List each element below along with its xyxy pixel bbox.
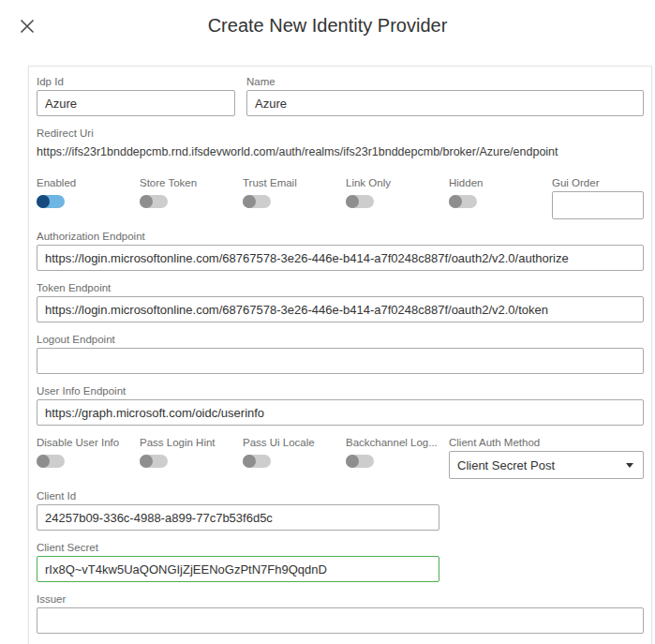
client-secret-input[interactable] <box>37 556 439 582</box>
gui-order-input[interactable] <box>552 191 644 219</box>
idp-id-field: Idp Id <box>37 76 235 116</box>
pass-login-hint-label: Pass Login Hint <box>140 437 243 448</box>
client-secret-field: Client Secret <box>37 542 644 582</box>
toggle-thumb <box>140 455 153 468</box>
authorization-endpoint-label: Authorization Endpoint <box>37 231 644 242</box>
token-endpoint-field: Token Endpoint <box>37 282 644 322</box>
toggles-row-2: Disable User Info Pass Login Hint Pass U… <box>37 437 644 479</box>
hidden-label: Hidden <box>449 177 552 188</box>
logout-endpoint-field: Logout Endpoint <box>37 334 644 374</box>
page-title: Create New Identity Provider <box>0 15 655 37</box>
backchannel-logout-toggle[interactable] <box>346 455 374 468</box>
pass-login-hint-toggle[interactable] <box>140 455 168 468</box>
trust-email-label: Trust Email <box>243 177 346 188</box>
name-input[interactable] <box>246 90 644 116</box>
dialog-header: Create New Identity Provider <box>0 0 655 58</box>
pass-ui-locale-toggle[interactable] <box>243 455 271 468</box>
client-auth-method-value: Client Secret Post <box>457 458 555 472</box>
authorization-endpoint-input[interactable] <box>37 245 644 271</box>
hidden-toggle[interactable] <box>449 195 477 208</box>
issuer-label: Issuer <box>37 593 644 605</box>
link-only-toggle[interactable] <box>346 195 374 208</box>
store-token-toggle[interactable] <box>140 195 168 208</box>
token-endpoint-label: Token Endpoint <box>37 282 644 293</box>
toggle-thumb <box>243 195 256 208</box>
user-info-endpoint-field: User Info Endpoint <box>37 385 644 426</box>
idp-id-label: Idp Id <box>37 76 235 87</box>
toggle-thumb <box>449 195 462 208</box>
toggle-thumb <box>37 195 50 208</box>
toggle-thumb <box>37 455 50 468</box>
name-label: Name <box>246 76 644 87</box>
client-id-label: Client Id <box>37 490 644 502</box>
idp-id-input[interactable] <box>37 90 235 116</box>
enabled-label: Enabled <box>37 177 140 188</box>
trust-email-toggle[interactable] <box>243 195 271 208</box>
logout-endpoint-input[interactable] <box>37 348 644 374</box>
redirect-uri-label: Redirect Uri <box>37 127 644 139</box>
user-info-endpoint-input[interactable] <box>37 399 644 426</box>
toggle-thumb <box>346 195 359 208</box>
trust-email-field: Trust Email <box>243 177 346 219</box>
enabled-field: Enabled <box>37 177 140 219</box>
client-auth-method-select[interactable]: Client Secret Post <box>449 451 644 479</box>
form-panel: Idp Id Name Redirect Uri https://ifs23r1… <box>28 66 652 644</box>
disable-user-info-toggle[interactable] <box>37 455 65 468</box>
disable-user-info-field: Disable User Info <box>37 437 140 479</box>
toggle-thumb <box>243 455 256 468</box>
gui-order-field: Gui Order <box>552 177 644 219</box>
client-secret-label: Client Secret <box>37 542 644 553</box>
user-info-endpoint-label: User Info Endpoint <box>37 385 644 397</box>
toggles-row-1: Enabled Store Token Trust Email Link Onl… <box>37 177 644 219</box>
issuer-field: Issuer <box>37 593 644 634</box>
backchannel-logout-label: Backchannel Log... <box>346 437 449 448</box>
client-id-input[interactable] <box>37 504 439 531</box>
authorization-endpoint-field: Authorization Endpoint <box>37 231 644 271</box>
store-token-field: Store Token <box>140 177 243 219</box>
token-endpoint-input[interactable] <box>37 296 644 322</box>
toggle-thumb <box>140 195 153 208</box>
idp-name-row: Idp Id Name <box>37 76 644 116</box>
link-only-field: Link Only <box>346 177 449 219</box>
pass-login-hint-field: Pass Login Hint <box>140 437 243 479</box>
store-token-label: Store Token <box>140 177 243 188</box>
link-only-label: Link Only <box>346 177 449 188</box>
pass-ui-locale-field: Pass Ui Locale <box>243 437 346 479</box>
logout-endpoint-label: Logout Endpoint <box>37 334 644 345</box>
client-id-field: Client Id <box>37 490 644 531</box>
chevron-down-icon <box>626 463 633 468</box>
toggle-thumb <box>346 455 359 468</box>
backchannel-logout-field: Backchannel Log... <box>346 437 449 479</box>
name-field: Name <box>246 76 644 116</box>
client-auth-method-label: Client Auth Method <box>449 437 644 448</box>
issuer-input[interactable] <box>37 607 644 634</box>
client-auth-method-field: Client Auth Method Client Secret Post <box>449 437 644 479</box>
hidden-field: Hidden <box>449 177 552 219</box>
disable-user-info-label: Disable User Info <box>37 437 140 448</box>
redirect-uri-field: Redirect Uri https://ifs23r1bnddepcmb.rn… <box>37 127 644 158</box>
redirect-uri-value: https://ifs23r1bnddepcmb.rnd.ifsdevworld… <box>37 145 644 158</box>
enabled-toggle[interactable] <box>37 195 65 208</box>
pass-ui-locale-label: Pass Ui Locale <box>243 437 346 448</box>
gui-order-label: Gui Order <box>552 177 644 188</box>
